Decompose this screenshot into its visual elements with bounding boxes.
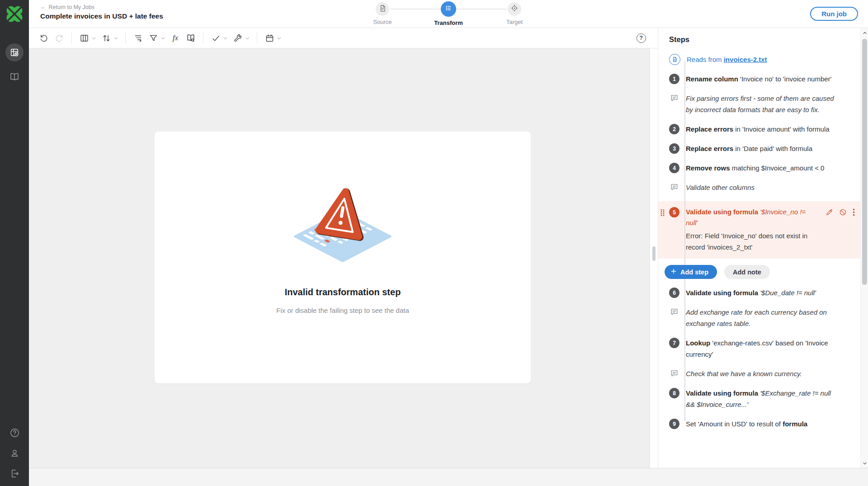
reads-prefix: Reads from — [687, 56, 722, 63]
jobs-grid-icon — [9, 47, 19, 57]
transform-step-circle[interactable] — [441, 1, 456, 17]
sort-icon[interactable] — [99, 30, 114, 46]
formula-icon[interactable]: fx — [168, 30, 183, 46]
chevron-down-icon[interactable] — [90, 35, 97, 41]
rail-jobs-item[interactable] — [5, 43, 24, 61]
add-step-button[interactable]: Add step — [665, 265, 717, 279]
scroll-down-icon[interactable] — [861, 459, 868, 467]
calendar-icon[interactable] — [262, 30, 277, 46]
toolbar-help-icon[interactable]: ? — [633, 30, 649, 46]
step-menu-kebab-icon[interactable] — [853, 208, 855, 253]
transform-toolbar: fx — [29, 28, 658, 48]
note-known-currency[interactable]: Check that we have a known currency. — [669, 368, 851, 379]
failing-step-actions — [826, 208, 855, 253]
canvas-scrollbar-thumb[interactable] — [652, 246, 656, 261]
chevron-down-icon[interactable] — [113, 35, 119, 41]
panel-scrollbar-thumb[interactable] — [862, 39, 867, 285]
step-4-remove-rows[interactable]: 4 Remove rows matching $Invoice_amount <… — [669, 162, 851, 174]
source-step-label: Source — [373, 19, 392, 25]
toolbar-divider — [125, 32, 126, 44]
back-arrow-icon: ← — [40, 4, 46, 10]
wrench-icon[interactable] — [230, 30, 245, 46]
rail-library-item[interactable] — [5, 68, 24, 86]
toolbar-divider — [257, 32, 257, 44]
source-file-icon — [669, 54, 680, 65]
chevron-down-icon[interactable] — [160, 35, 166, 41]
plus-icon — [670, 268, 677, 276]
step-2-replace-errors[interactable]: 2 Replace errors in 'Invoice amount' wit… — [669, 123, 851, 135]
chevron-down-icon[interactable] — [222, 35, 228, 41]
step-1-rename-column[interactable]: 1 Rename column 'Invoice no' to 'invoice… — [669, 73, 851, 85]
steps-connector-line — [684, 61, 685, 421]
step-number-badge: 1 — [669, 74, 679, 84]
transform-step-label: Transform — [434, 19, 463, 26]
help-icon[interactable] — [9, 428, 20, 438]
chevron-down-icon[interactable] — [244, 35, 250, 41]
step-3-replace-errors[interactable]: 3 Replace errors in 'Date paid' with for… — [669, 143, 851, 154]
stepper-target[interactable]: Target — [494, 1, 535, 25]
step-7-lookup[interactable]: 7 Lookup 'exchange-rates.csv' based on '… — [669, 337, 851, 360]
source-file-link[interactable]: invoices-2.txt — [724, 56, 767, 63]
job-stepper: Source Transform — [362, 1, 535, 26]
step-number-badge: 3 — [669, 143, 679, 154]
note-bubble-icon — [669, 93, 679, 103]
clean-rows-icon[interactable] — [130, 30, 146, 46]
stepper-source[interactable]: Source — [362, 1, 403, 25]
user-icon[interactable] — [9, 448, 20, 458]
note-fix-parsing[interactable]: Fix parsing errors first - some of them … — [669, 93, 851, 115]
source-step-circle[interactable] — [376, 2, 389, 16]
document-icon — [379, 5, 387, 14]
left-rail — [0, 0, 29, 486]
book-icon — [9, 71, 20, 82]
redo-icon — [52, 30, 67, 46]
step-number-badge: 7 — [669, 338, 679, 348]
step-9-set-amount[interactable]: 9 Set 'Amount in USD' to result of formu… — [669, 418, 851, 429]
target-step-label: Target — [506, 19, 523, 25]
rail-bottom-group — [9, 428, 20, 479]
canvas-scrollbar[interactable] — [650, 28, 658, 468]
undo-icon[interactable] — [36, 30, 52, 46]
top-bar: ← Return to My Jobs Complete invoices in… — [29, 0, 868, 28]
job-title: Complete invoices in USD + late fees — [40, 12, 163, 20]
back-label: Return to My Jobs — [49, 4, 94, 10]
note-bubble-icon — [669, 182, 679, 192]
invalid-step-subtitle: Fix or disable the failing step to see t… — [276, 307, 409, 314]
filter-icon[interactable] — [146, 30, 161, 46]
scroll-up-icon[interactable] — [861, 29, 868, 37]
validate-check-icon[interactable] — [208, 30, 223, 46]
run-job-button[interactable]: Run job — [810, 7, 858, 21]
step-number-badge: 6 — [669, 288, 679, 298]
clover-logo-icon[interactable] — [5, 5, 24, 24]
target-icon — [510, 4, 519, 14]
drag-handle-icon[interactable] — [660, 209, 665, 218]
step-number-badge: 2 — [669, 124, 679, 134]
note-add-exchange-rate[interactable]: Add exchange rate for each currency base… — [669, 307, 851, 329]
step-5-failing[interactable]: 5 Validate using formula '$Invoice_no !=… — [658, 201, 860, 259]
list-icon — [444, 4, 453, 14]
note-bubble-icon — [669, 368, 679, 378]
step-number-badge: 4 — [669, 163, 679, 173]
target-step-circle[interactable] — [508, 2, 521, 16]
step-reads-from[interactable]: Reads from invoices-2.txt — [669, 54, 851, 65]
app-window: ← Return to My Jobs Complete invoices in… — [0, 0, 868, 486]
toolbar-divider — [71, 32, 72, 44]
step-8-validate-formula[interactable]: 8 Validate using formula '$Exchange_rate… — [669, 387, 851, 410]
columns-icon[interactable] — [76, 30, 92, 46]
toolbar-divider — [203, 32, 203, 44]
status-bar — [29, 468, 868, 486]
step-insert-row: Add step Add note — [665, 265, 851, 279]
step-6-validate-formula[interactable]: 6 Validate using formula '$Due_date != n… — [669, 287, 851, 298]
add-note-button[interactable]: Add note — [724, 265, 770, 279]
disable-step-icon[interactable] — [839, 208, 847, 253]
back-link[interactable]: ← Return to My Jobs — [40, 4, 94, 10]
panel-scrollbar[interactable] — [860, 28, 868, 468]
steps-panel: Steps Reads from invoices-2.txt 1 Rename… — [658, 28, 868, 468]
lookup-book-icon[interactable] — [183, 30, 198, 46]
note-validate-other[interactable]: Validate other columns — [669, 182, 851, 193]
edit-step-icon[interactable] — [826, 208, 833, 253]
steps-list: Reads from invoices-2.txt 1 Rename colum… — [669, 54, 851, 429]
stepper-transform[interactable]: Transform — [428, 1, 469, 26]
chevron-down-icon[interactable] — [276, 35, 282, 41]
sign-out-icon[interactable] — [9, 468, 20, 479]
step-number-badge: 8 — [669, 388, 679, 398]
